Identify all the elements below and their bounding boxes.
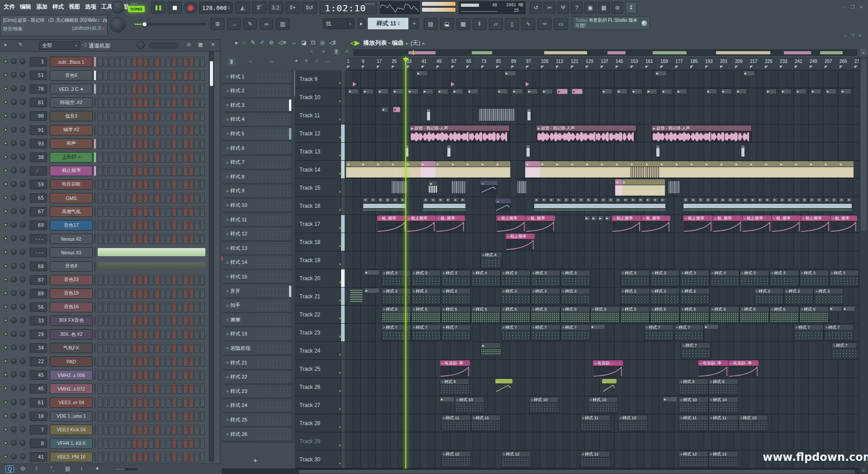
menu-item-样式[interactable]: 样式 (52, 3, 64, 11)
step-cell[interactable] (143, 84, 148, 94)
step-cell[interactable] (155, 356, 160, 367)
mini-clip[interactable]: ▶ (766, 89, 777, 94)
step-cell[interactable] (98, 179, 103, 190)
mini-clip[interactable]: ▶ (843, 306, 855, 311)
step-cell[interactable] (109, 275, 114, 285)
mini-clip[interactable]: ▶ (590, 324, 605, 330)
track-name[interactable]: Track 12 (299, 130, 320, 137)
step-cell[interactable] (172, 179, 177, 190)
mini-clip[interactable]: ▶ (631, 89, 642, 94)
channel-number[interactable]: 67 (30, 207, 47, 216)
pattern-clip[interactable]: ≡样式 12 (501, 451, 531, 468)
step-cell[interactable] (161, 343, 166, 353)
step-cell[interactable] (189, 438, 194, 449)
pattern-prev-icon[interactable]: ▸ (358, 18, 365, 29)
pattern-clip[interactable]: ≡样式 7 (441, 324, 471, 341)
track-name[interactable]: Track 15 (299, 185, 320, 191)
mini-clip[interactable]: ▶ (467, 89, 478, 94)
step-cell[interactable] (143, 288, 148, 299)
mini-clip[interactable]: ▶ (437, 89, 448, 94)
step-cell[interactable] (109, 425, 114, 435)
step-cell[interactable] (177, 370, 182, 380)
channel-volume-knob[interactable] (20, 331, 26, 337)
step-cell[interactable] (194, 234, 199, 244)
step-cell[interactable] (200, 316, 205, 326)
step-cell[interactable] (155, 343, 160, 353)
channel-number[interactable]: 7 (30, 425, 47, 435)
collapse-icon[interactable]: ▸ (235, 39, 238, 46)
loop-segment-clip[interactable]: ▶ (809, 161, 824, 178)
brush2-icon[interactable]: ✑ (538, 18, 551, 30)
channel-pan-knob[interactable] (11, 127, 17, 133)
step-cell[interactable] (177, 452, 182, 462)
levels-icon[interactable]: ↕ (80, 465, 83, 472)
step-cell[interactable] (172, 70, 177, 81)
mini-clip[interactable]: ▶ (452, 89, 463, 94)
channel-mute-led[interactable] (4, 182, 8, 186)
pattern-clip[interactable]: ≡样式 3 (680, 270, 710, 287)
step-cell[interactable] (104, 316, 109, 326)
step-cell[interactable] (183, 316, 188, 326)
channel-button[interactable]: 音色16 (50, 302, 93, 312)
pattern-clip[interactable]: ≡样式 3 (799, 270, 829, 287)
step-cell[interactable] (189, 152, 194, 163)
mini-clip[interactable]: ▶ (605, 215, 611, 221)
step-cell[interactable] (155, 193, 160, 203)
channel-volume-knob[interactable] (20, 249, 26, 255)
step-cell[interactable] (138, 139, 142, 149)
step-cell[interactable] (98, 111, 103, 121)
pattern-clip[interactable]: ≡样式 5 (650, 306, 680, 323)
rack-filter-selector[interactable]: 全部 ▸ (39, 41, 81, 50)
track-color-strip[interactable] (341, 70, 345, 88)
channel-volume-knob[interactable] (20, 195, 26, 201)
track-name[interactable]: Track 13 (299, 148, 320, 155)
mini-clip[interactable]: ▶ (534, 197, 540, 202)
step-cell[interactable] (104, 438, 109, 449)
mini-clip[interactable]: ▶ (512, 89, 523, 94)
step-cell[interactable] (120, 70, 125, 81)
step-cell[interactable] (155, 97, 160, 108)
step-cell[interactable] (189, 329, 194, 340)
mini-clip[interactable]: ▶ (615, 197, 621, 202)
step-cell[interactable] (126, 383, 131, 394)
channel-number[interactable]: 61 (30, 398, 47, 407)
step-cell[interactable] (177, 125, 182, 135)
pattern-clip[interactable]: ≡样式 2 (784, 288, 814, 305)
master-knob[interactable] (110, 17, 125, 33)
channel-pan-knob[interactable] (11, 413, 17, 419)
mute-icon[interactable]: ◁✕ (278, 39, 287, 46)
automation-clip[interactable]: ∞截..频率 (526, 215, 555, 233)
step-cell[interactable] (177, 316, 182, 326)
automation-clip[interactable]: ∞电音副..率 (728, 360, 759, 378)
mini-clip[interactable]: ▶ (578, 197, 584, 202)
step-cell[interactable] (189, 97, 194, 108)
step-cell[interactable] (200, 275, 205, 285)
step-cell[interactable] (115, 70, 120, 81)
track-color-strip[interactable] (341, 88, 345, 106)
pattern-item[interactable]: ≡样式 1 (223, 70, 291, 84)
step-cell[interactable] (132, 70, 137, 81)
step-cell[interactable] (161, 411, 166, 421)
channel-pan-knob[interactable] (11, 277, 17, 282)
step-cell[interactable] (161, 125, 166, 135)
step-cell[interactable] (109, 356, 114, 367)
sample-sliver-clip[interactable] (447, 145, 451, 157)
step-cell[interactable] (189, 193, 194, 203)
record-button[interactable] (184, 2, 197, 14)
step-cell[interactable] (166, 397, 171, 408)
mini-clip[interactable]: ▶ (364, 288, 379, 293)
step-cell[interactable] (120, 343, 125, 353)
track-clip-lane[interactable]: ▶≡样式 7≡样式 7 (346, 342, 859, 359)
channel-number[interactable]: 38 (30, 153, 47, 162)
channel-button[interactable]: VMH2..s 072 (50, 383, 93, 394)
mini-clip[interactable]: ▶ (802, 197, 807, 202)
channel-pan-knob[interactable] (11, 72, 17, 78)
mixer-strip-icon[interactable]: ‖ (473, 18, 486, 30)
channel-button[interactable]: 音色23 (50, 275, 93, 285)
pattern-item[interactable]: ≡拍手 (223, 299, 291, 313)
tempo-spinner-icon[interactable]: ▴▾ (228, 5, 229, 10)
step-cell[interactable] (194, 97, 199, 108)
mini-clip[interactable]: ▶ (378, 89, 389, 94)
step-cell[interactable] (149, 302, 154, 312)
loop-segment-clip[interactable]: ▶ (555, 161, 570, 178)
